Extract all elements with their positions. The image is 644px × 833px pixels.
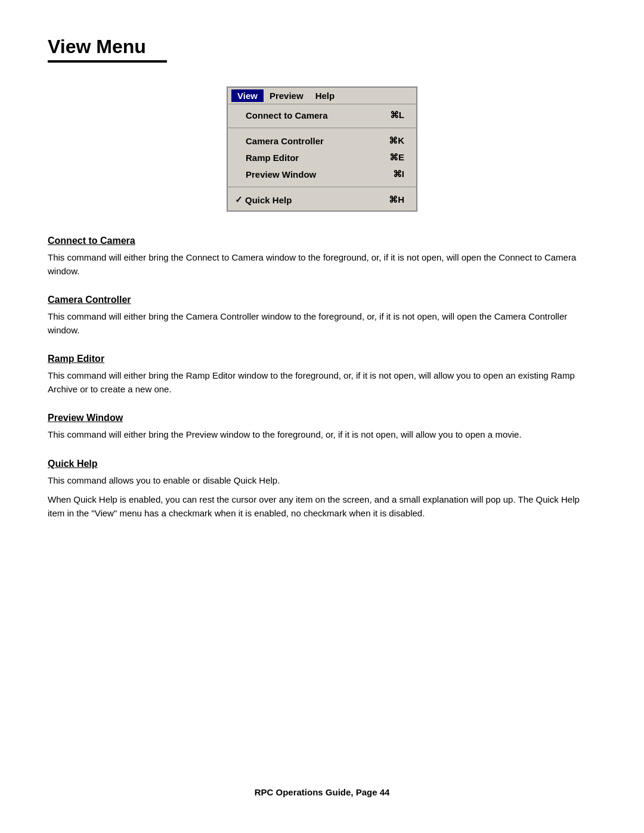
menu-item-ramp-editor[interactable]: Ramp Editor ⌘E [228,149,416,166]
section-heading-preview-window: Preview Window [48,413,596,423]
section-body-preview-window: This command will either bring the Previ… [48,428,596,442]
menu-bar: View Preview Help [228,88,416,104]
section-ramp-editor: Ramp Editor This command will either bri… [48,354,596,396]
section-body-camera-controller: This command will either bring the Camer… [48,310,596,337]
section-body-connect-to-camera: This command will either bring the Conne… [48,251,596,278]
menu-container: View Preview Help Connect to Camera ⌘L C… [227,86,417,212]
section-body-ramp-editor: This command will either bring the Ramp … [48,369,596,396]
section-connect-to-camera: Connect to Camera This command will eith… [48,236,596,278]
section-body-quick-help-2: When Quick Help is enabled, you can rest… [48,493,596,520]
menu-item-label: Connect to Camera [246,110,328,120]
menu-divider-1 [228,128,416,128]
section-preview-window: Preview Window This command will either … [48,413,596,442]
page-title: View Menu [48,36,596,58]
menu-item-label: Ramp Editor [246,153,299,163]
title-underline [48,60,167,63]
section-heading-camera-controller: Camera Controller [48,295,596,305]
menu-item-shortcut: ⌘H [389,194,404,205]
section-camera-controller: Camera Controller This command will eith… [48,295,596,337]
menu-bar-item-preview[interactable]: Preview [264,89,309,102]
section-heading-quick-help: Quick Help [48,459,596,469]
menu-item-label: Preview Window [246,169,316,179]
page-footer: RPC Operations Guide, Page 44 [0,787,644,797]
menu-item-shortcut: ⌘L [390,110,404,120]
section-heading-ramp-editor: Ramp Editor [48,354,596,364]
menu-item-camera-controller[interactable]: Camera Controller ⌘K [228,132,416,149]
menu-item-shortcut: ⌘K [389,135,404,146]
menu-divider-2 [228,187,416,187]
menu-group-2: Camera Controller ⌘K Ramp Editor ⌘E Prev… [228,130,416,185]
menu-item-connect-to-camera[interactable]: Connect to Camera ⌘L [228,107,416,123]
menu-group-3: ✓ Quick Help ⌘H [228,189,416,210]
section-quick-help: Quick Help This command allows you to en… [48,459,596,521]
menu-bar-item-view[interactable]: View [231,89,264,102]
menu-item-label: Camera Controller [246,136,324,146]
menu-item-label: Quick Help [245,195,371,205]
menu-item-shortcut: ⌘I [393,169,404,179]
menu-bar-item-help[interactable]: Help [309,89,341,102]
section-heading-connect-to-camera: Connect to Camera [48,236,596,246]
menu-item-preview-window[interactable]: Preview Window ⌘I [228,166,416,182]
menu-item-shortcut: ⌘E [389,152,404,163]
menu-group-1: Connect to Camera ⌘L [228,104,416,126]
menu-item-quick-help[interactable]: ✓ Quick Help ⌘H [228,191,416,208]
menu-screenshot: View Preview Help Connect to Camera ⌘L C… [48,86,596,212]
section-body-quick-help-1: This command allows you to enable or dis… [48,474,596,488]
check-icon: ✓ [235,194,243,205]
